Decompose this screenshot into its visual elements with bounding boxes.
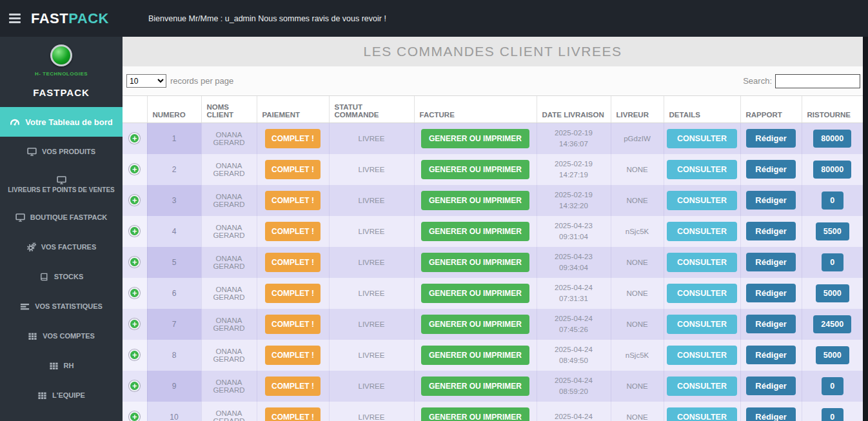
ristourne-amount-button[interactable]: 0 [822,253,843,271]
rediger-button[interactable]: Rédiger [746,222,795,240]
details-cell: CONSULTER [664,371,740,402]
column-header[interactable]: NUMERO [147,96,201,123]
search-input[interactable] [775,74,860,88]
sidebar-item[interactable]: VOS STATISTIQUES [0,291,123,321]
facture-cell: GENERER OU IMPRIMER [414,154,537,185]
paiement-complet-button[interactable]: COMPLET ! [265,222,321,241]
paiement-complet-button[interactable]: COMPLET ! [265,191,321,210]
column-header[interactable]: DETAILS [664,96,740,123]
expand-row-icon[interactable]: + [129,226,140,237]
expand-row-icon[interactable]: + [129,164,140,175]
rediger-button[interactable]: Rédiger [746,346,795,364]
ristourne-amount-button[interactable]: 5500 [816,222,849,240]
ristourne-amount-button[interactable]: 24500 [813,315,851,333]
consulter-button[interactable]: CONSULTER [667,253,737,272]
generer-imprimer-button[interactable]: GENERER OU IMPRIMER [421,129,529,148]
expand-row-icon[interactable]: + [129,257,140,268]
expand-row-icon[interactable]: + [129,349,140,360]
expand-row-icon[interactable]: + [129,380,140,391]
generer-imprimer-button[interactable]: GENERER OU IMPRIMER [421,407,529,421]
expand-cell: + [123,278,147,309]
rediger-button[interactable]: Rédiger [746,191,795,210]
sidebar-item[interactable]: Votre Tableau de bord [0,107,123,137]
paiement-cell: COMPLET ! [257,309,329,340]
consulter-button[interactable]: CONSULTER [667,284,737,303]
consulter-button[interactable]: CONSULTER [667,160,737,179]
rediger-button[interactable]: Rédiger [746,129,795,148]
ristourne-amount-button[interactable]: 80000 [813,130,851,148]
ristourne-amount-button[interactable]: 5000 [816,346,849,364]
column-header[interactable] [123,96,147,123]
consulter-button[interactable]: CONSULTER [667,346,737,365]
numero-cell: 4 [147,216,201,247]
column-header[interactable]: STATUT COMMANDE [329,96,414,123]
consulter-button[interactable]: CONSULTER [667,315,737,334]
rediger-button[interactable]: Rédiger [746,284,795,302]
client-name-cell: ONANA GERARD [201,185,257,216]
paiement-complet-button[interactable]: COMPLET ! [265,284,321,303]
generer-imprimer-button[interactable]: GENERER OU IMPRIMER [421,377,529,396]
sidebar-item[interactable]: BOUTIQUE FASTPACK [0,202,123,232]
generer-imprimer-button[interactable]: GENERER OU IMPRIMER [421,315,529,334]
column-header[interactable]: NOMS CLIENT [201,96,257,123]
client-name-cell: ONANA GERARD [201,309,257,340]
brand-logo[interactable]: FASTPACK [31,10,109,27]
paiement-complet-button[interactable]: COMPLET ! [265,407,321,421]
rediger-button[interactable]: Rédiger [746,377,795,395]
generer-imprimer-button[interactable]: GENERER OU IMPRIMER [421,222,529,241]
column-header[interactable]: FACTURE [414,96,537,123]
consulter-button[interactable]: CONSULTER [667,191,737,210]
column-header[interactable]: RAPPORT [740,96,802,123]
consulter-button[interactable]: CONSULTER [667,129,737,148]
hamburger-menu-icon[interactable] [9,14,21,23]
brand-fast: FAST [31,10,68,26]
column-header[interactable]: RISTOURNE [802,96,863,123]
records-per-page-select[interactable]: 10 [126,74,166,88]
sidebar-item[interactable]: VOS COMPTES [0,321,123,351]
column-header[interactable]: DATE LIVRAISON [537,96,611,123]
sidebar-item[interactable]: STOCKS [0,262,123,291]
rediger-button[interactable]: Rédiger [746,160,795,179]
paiement-complet-button[interactable]: COMPLET ! [265,129,321,148]
generer-imprimer-button[interactable]: GENERER OU IMPRIMER [421,191,529,210]
paiement-complet-button[interactable]: COMPLET ! [265,346,321,365]
expand-row-icon[interactable]: + [129,318,140,329]
statut-cell: LIVREE [329,123,414,154]
consulter-button[interactable]: CONSULTER [667,407,737,421]
generer-imprimer-button[interactable]: GENERER OU IMPRIMER [421,346,529,365]
expand-row-icon[interactable]: + [129,133,140,144]
expand-row-icon[interactable]: + [129,288,140,299]
ristourne-amount-button[interactable]: 5000 [816,284,849,302]
paiement-complet-button[interactable]: COMPLET ! [265,253,321,272]
expand-row-icon[interactable]: + [129,411,140,421]
generer-imprimer-button[interactable]: GENERER OU IMPRIMER [421,284,529,303]
ristourne-amount-button[interactable]: 0 [822,377,843,395]
ristourne-amount-button[interactable]: 0 [822,408,843,421]
expand-row-icon[interactable]: + [129,195,140,206]
paiement-complet-button[interactable]: COMPLET ! [265,160,321,179]
client-name-cell: ONANA GERARD [201,154,257,185]
date-value: 2025-04-24 [540,411,608,421]
sidebar-item[interactable]: VOS PRODUITS [0,137,123,166]
consulter-button[interactable]: CONSULTER [667,222,737,241]
column-header[interactable]: PAIEMENT [257,96,329,123]
column-header[interactable]: LIVREUR [611,96,664,123]
generer-imprimer-button[interactable]: GENERER OU IMPRIMER [421,160,529,179]
consulter-button[interactable]: CONSULTER [667,377,737,396]
ristourne-amount-button[interactable]: 0 [822,191,843,210]
generer-imprimer-button[interactable]: GENERER OU IMPRIMER [421,253,529,272]
sidebar-item[interactable]: L'EQUIPE [0,380,123,410]
rediger-button[interactable]: Rédiger [746,407,795,421]
sidebar-item[interactable]: VOS FACTURES [0,232,123,262]
paiement-complet-button[interactable]: COMPLET ! [265,377,321,396]
rediger-button[interactable]: Rédiger [746,315,795,333]
desktop-icon [27,147,37,157]
rapport-cell: Rédiger [740,309,802,340]
paiement-complet-button[interactable]: COMPLET ! [265,315,321,334]
sidebar-item[interactable] [0,410,123,421]
sidebar-item-label: VOS STATISTIQUES [35,302,103,310]
sidebar-item[interactable]: LIVREURS ET POINTS DE VENTES [0,166,123,202]
rediger-button[interactable]: Rédiger [746,253,795,271]
sidebar-item[interactable]: RH [0,351,123,380]
ristourne-amount-button[interactable]: 80000 [813,161,851,179]
